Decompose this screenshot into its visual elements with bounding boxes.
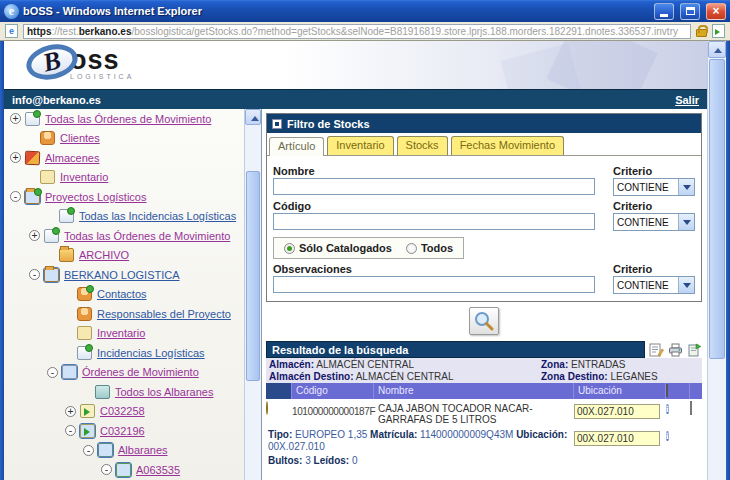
row-checkbox[interactable]: [690, 401, 692, 415]
tree-item-label[interactable]: Responsables del Proyecto: [97, 308, 231, 320]
tree-item[interactable]: Albaranes: [4, 441, 261, 461]
tree-item[interactable]: Todos los Albaranes: [4, 382, 261, 402]
expand-icon[interactable]: [65, 406, 76, 417]
tree-scroll-thumb[interactable]: [246, 171, 260, 381]
ubicacion-input[interactable]: 00X.027.010: [574, 404, 660, 419]
expand-icon[interactable]: [10, 113, 21, 124]
nombre-input[interactable]: [273, 178, 595, 195]
url-host: berkano.es: [79, 26, 132, 37]
tree-item[interactable]: ARCHIVO: [4, 246, 261, 266]
ie-page-icon: e: [5, 24, 18, 38]
tree-item-label[interactable]: Todos los Albaranes: [115, 386, 213, 398]
tree-item[interactable]: Todas las Órdenes de Movimiento: [4, 226, 261, 246]
close-button[interactable]: ×: [706, 3, 726, 20]
scroll-up-button[interactable]: [708, 41, 726, 58]
tree-item[interactable]: Responsables del Proyecto: [4, 304, 261, 324]
logout-link[interactable]: Salir: [675, 94, 699, 106]
codigo-label: Código: [273, 200, 595, 212]
criterio-selected-value: CONTIENE: [614, 280, 678, 291]
result-codigo: 101000000000187F: [292, 402, 374, 417]
tree-item-label[interactable]: Contactos: [97, 288, 147, 300]
radio-solo-catalogados[interactable]: Sólo Catalogados: [284, 242, 392, 254]
export-icon[interactable]: [687, 343, 702, 357]
tree-item[interactable]: C032196: [4, 421, 261, 441]
tree-item-label[interactable]: Todas las Órdenes de Movimiento: [64, 230, 230, 242]
tree-item-label[interactable]: Inventario: [60, 171, 108, 183]
tree-item-label[interactable]: Almacenes: [45, 152, 99, 164]
tree-item-label[interactable]: BERKANO LOGISTICA: [64, 269, 180, 281]
tree-item-label[interactable]: Clientes: [60, 132, 100, 144]
tree-item[interactable]: Inventario: [4, 168, 261, 188]
tab-inventario[interactable]: Inventario: [327, 136, 393, 155]
tab-fechas-movimiento[interactable]: Fechas Movimiento: [451, 136, 564, 155]
tab-stocks[interactable]: Stocks: [397, 136, 448, 155]
tree-scroll-up-button[interactable]: [245, 109, 261, 125]
collapse-icon[interactable]: [65, 425, 76, 436]
tree-item[interactable]: Almacenes: [4, 148, 261, 168]
collapse-icon[interactable]: [83, 445, 94, 456]
expand-icon[interactable]: [10, 152, 21, 163]
tree-item-label[interactable]: C032258: [100, 405, 145, 417]
scroll-thumb[interactable]: [709, 59, 725, 359]
page-status-icon[interactable]: [712, 24, 725, 38]
tree-item-label[interactable]: Albaranes: [118, 444, 168, 456]
tree-item[interactable]: Todas las Incidencias Logísticas: [4, 207, 261, 227]
tree-item-label[interactable]: Proyectos Logísticos: [45, 191, 147, 203]
matricula-value: 114000000009Q43M: [420, 429, 513, 440]
print-icon[interactable]: [668, 343, 683, 357]
search-button[interactable]: [469, 307, 499, 335]
maximize-button[interactable]: [680, 3, 700, 20]
chevron-down-icon[interactable]: [678, 214, 694, 230]
collapse-icon[interactable]: [101, 464, 112, 475]
expand-icon[interactable]: [29, 230, 40, 241]
collapse-icon[interactable]: [47, 367, 58, 378]
tree-item[interactable]: Órdenes de Movimiento: [4, 363, 261, 383]
tree-item[interactable]: Incidencias Logísticas: [4, 343, 261, 363]
tree-item-label[interactable]: Órdenes de Movimiento: [82, 366, 199, 378]
radio-unselected-icon[interactable]: [406, 243, 417, 254]
tree-item[interactable]: Proyectos Logísticos: [4, 187, 261, 207]
ubicacion-input-2[interactable]: 00X.027.010: [574, 431, 660, 446]
search-row: [266, 302, 702, 341]
collapse-icon[interactable]: [29, 269, 40, 280]
tree-item-label[interactable]: A063535: [136, 464, 180, 476]
tree-item[interactable]: BERKANO LOGISTICA: [4, 265, 261, 285]
page-scrollbar[interactable]: [707, 41, 726, 480]
window-titlebar: e bOSS - Windows Internet Explorer ×: [0, 0, 730, 22]
tree-item-label[interactable]: Inventario: [97, 327, 145, 339]
tree-item-label[interactable]: C032196: [100, 425, 145, 437]
codigo-input[interactable]: [273, 213, 595, 230]
tree-item-label[interactable]: Incidencias Logísticas: [97, 347, 205, 359]
tree-item[interactable]: Clientes: [4, 129, 261, 149]
tab-articulo[interactable]: Artículo: [269, 137, 324, 156]
chevron-down-icon[interactable]: [678, 179, 694, 195]
tree-item[interactable]: Contactos: [4, 285, 261, 305]
chevron-down-icon[interactable]: [678, 277, 694, 293]
tree-item-label[interactable]: Todas las Incidencias Logísticas: [79, 210, 236, 222]
radio-selected-icon[interactable]: [284, 243, 295, 254]
result-row: 101000000000187F CAJA JABON TOCADOR NACA…: [266, 402, 702, 425]
codigo-criterio-select[interactable]: CONTIENE: [613, 213, 695, 231]
page-content: B oss LOGISTICA info@berkano.es Salir To…: [4, 41, 707, 480]
tree-item[interactable]: Todas las Órdenes de Movimiento: [4, 109, 261, 129]
tree-scrollbar[interactable]: [244, 109, 261, 480]
tree-item[interactable]: A063535: [4, 460, 261, 480]
edit-results-icon[interactable]: [649, 343, 664, 357]
observaciones-input[interactable]: [273, 276, 595, 293]
select-all-checkbox[interactable]: [666, 384, 668, 397]
minimize-button[interactable]: [654, 3, 674, 20]
tree-item[interactable]: Inventario: [4, 324, 261, 344]
info-icon[interactable]: i: [666, 431, 669, 441]
radio-todos[interactable]: Todos: [406, 242, 453, 254]
observaciones-criterio-select[interactable]: CONTIENE: [613, 276, 695, 294]
tree-item-label[interactable]: ARCHIVO: [79, 249, 129, 261]
nombre-criterio-select[interactable]: CONTIENE: [613, 178, 695, 196]
tree-item-label[interactable]: Todas las Órdenes de Movimiento: [45, 113, 211, 125]
url-input[interactable]: https://test.berkano.es/bosslogistica/ge…: [23, 24, 691, 39]
collapse-icon[interactable]: [10, 191, 21, 202]
leidos-value: 0: [352, 455, 358, 466]
url-path: /bosslogistica/getStocks.do?method=getSt…: [132, 26, 678, 37]
tree-item[interactable]: C032258: [4, 402, 261, 422]
matricula-label: Matrícula:: [370, 429, 417, 440]
info-icon[interactable]: i: [666, 404, 669, 414]
